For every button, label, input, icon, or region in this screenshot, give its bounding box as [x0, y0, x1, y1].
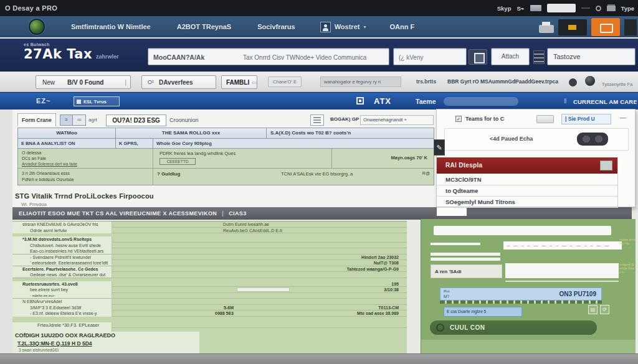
cuul-con-pill-button[interactable]: CUUL CON — [430, 320, 597, 335]
form-row[interactable]: - Svendaere Pidreitt'il lewtundel Hinder… — [12, 254, 407, 261]
footer-value-field[interactable] — [199, 340, 407, 347]
form-row[interactable]: - edelte.ee.eur- — [12, 293, 407, 299]
dark-tool-tile-icon[interactable] — [558, 19, 587, 35]
cell-line-link[interactable]: Arvadlut Solerece dert wa fade — [22, 161, 153, 167]
list-tool-icon[interactable] — [533, 50, 545, 64]
form-row[interactable]: Rueteesruausrtes. 43.ove8 195 — [12, 281, 407, 287]
form-row[interactable]: Chsbutuveri. hesrw ause Evrtl shede — [12, 243, 407, 249]
apps-grid-icon[interactable] — [607, 6, 616, 11]
chane-button[interactable]: Chane'O' E — [268, 77, 302, 87]
grid-small-icon[interactable]: ▤ — [588, 305, 598, 314]
form-row[interactable]: bee.etrere surrt bey 3/10:38 — [12, 287, 407, 293]
grid-tool-icon[interactable] — [469, 49, 487, 65]
form-row-value-field[interactable] — [112, 272, 407, 278]
form-row-value-field[interactable] — [112, 299, 407, 305]
highlighted-amount-field[interactable]: Rivt M? ON3 PU7109 — [440, 287, 602, 301]
status-dot-icon[interactable] — [569, 78, 577, 86]
new-found-button[interactable]: New B/V 0 Found | — [36, 75, 131, 89]
table-row[interactable]: O delessa DCs an Fale Arvadlut Solerece … — [18, 149, 434, 169]
status-field[interactable]: wanahogator e fegurvy ry ri — [320, 77, 401, 87]
selected-chip[interactable]: E cos Duarte mgbre 5 — [444, 307, 522, 317]
form-row-value-field[interactable]: 195 — [112, 281, 407, 287]
sie-prod-button[interactable]: | Sie Prod U — [561, 114, 611, 124]
form-row-value-field[interactable] — [112, 293, 407, 299]
device-icon[interactable] — [577, 133, 608, 146]
small-gray-button[interactable] — [536, 115, 554, 123]
banner-close-icon[interactable] — [600, 161, 612, 170]
checkbox[interactable]: ✓ — [455, 116, 462, 122]
date-box[interactable]: OU?A! D23 ESG — [106, 114, 166, 126]
printer-icon[interactable] — [539, 25, 554, 33]
form-row-value-field[interactable] — [112, 248, 407, 254]
dark-tool-tile2-icon[interactable] — [624, 19, 637, 35]
menu-button[interactable]: (¿ kVeny — [393, 48, 467, 65]
minimize-icon[interactable] — [581, 7, 590, 9]
nav-user-menu[interactable]: Wostret ▾ — [320, 22, 366, 32]
entry-field-3[interactable] — [431, 253, 500, 256]
form-row-value-field[interactable]: 3/10:38 — [112, 287, 407, 293]
description-button[interactable]: O¹ DAvverfees — [141, 75, 216, 89]
refresh-small-icon[interactable]: ⟳ — [600, 305, 609, 314]
list-view-toggle-icon[interactable]: ≡ — [60, 114, 73, 126]
entry-field-4[interactable] — [431, 258, 500, 261]
skyp-label[interactable]: Skyp — [497, 5, 512, 12]
form-row[interactable]: ' eeteorsdeelr. Eeeteraraseaend tcee'ldt… — [12, 260, 407, 266]
form-row[interactable]: Ecertsiere. Paurtvelasehe. Ce Gedes Taht… — [12, 266, 407, 273]
value-input-box[interactable] — [237, 287, 290, 292]
orange-tool-tile-icon[interactable] — [591, 18, 620, 36]
nav-menu-item[interactable]: Socivfrarus — [257, 23, 295, 30]
footer-value-field[interactable] — [199, 332, 407, 340]
record-dot-icon[interactable] — [585, 76, 595, 86]
form-row[interactable]: Gedeae news .dse' & Ovrarseeurer dut — [12, 272, 407, 278]
entry-field-2[interactable] — [431, 243, 480, 245]
nav-menu-item[interactable]: A2BOT TReynaS — [177, 23, 231, 30]
form-row[interactable]: Eao-co.insbeslnles.hd VEbtadteetl.ars — [12, 248, 407, 254]
client-search-field[interactable]: MooCAAN?A/Ak Tax Onrrd Cisv TWNode+ Vide… — [148, 48, 389, 65]
popup-menu-item[interactable]: MC3ClO/9TN — [437, 174, 617, 185]
form-row-value-field[interactable] — [112, 322, 407, 329]
formed-button[interactable]: FAMBLI con — [221, 75, 257, 89]
form-row-value-field[interactable]: Hindert 2ao 23032 — [112, 254, 407, 261]
form-row[interactable]: N EBNArur'vresAdel — [12, 299, 407, 305]
footer-value-field[interactable] — [199, 347, 407, 353]
form-row[interactable]: FrteuJdrele *30.F3. EPLeaser — [12, 322, 407, 329]
form-row-value-field[interactable]: NuIT@ T308 — [112, 260, 407, 266]
form-row-value-field[interactable]: 0988 5E3 Mte sad asse 38.989 — [112, 310, 407, 317]
ez-label[interactable]: EZ~ — [36, 97, 50, 105]
form-row[interactable]: 3/M/F'3 3 E.Edseteel 3d3tf 5-6M T0113-CM — [12, 305, 407, 311]
esl-status-tab[interactable]: ESL Tvrus — [74, 96, 120, 106]
options-dropdown[interactable]: Onweenehagnandt + — [360, 115, 434, 125]
app-logo-globe-icon[interactable] — [29, 19, 45, 35]
form-row-value-field[interactable] — [112, 243, 407, 249]
form-row[interactable]: *3.M.Nt dstrevdsts.onvS Rselteps — [12, 236, 407, 243]
titlebar-search-box[interactable] — [547, 4, 576, 12]
form-row[interactable]: Odrde asrnt lerfulw ReuAvb.beG CAnsEddL.… — [12, 228, 407, 234]
grid-view-icon[interactable] — [310, 114, 324, 126]
red-warning-banner[interactable]: RAI Dtespla — [437, 157, 617, 174]
table-row[interactable]: 3 ri 2th Orleanslaus esss PdNrh e bdidsu… — [18, 169, 434, 185]
form-row[interactable]: - E3.nf. deleew Etelera E'e vrese-y 0988… — [12, 310, 407, 317]
popup-menu-item[interactable]: SOegemlyl Mund Titrons — [437, 197, 617, 208]
detail-view-toggle-icon[interactable]: ≔ — [73, 114, 86, 126]
form-row-value-field[interactable] — [112, 236, 407, 243]
form-row-value-field[interactable]: ReuAvb.beG CAnsEddL.D E-ti — [112, 228, 407, 234]
current-tax-years-label[interactable]: CURRECNL AM CAREDN TAJT OAS3 — [573, 98, 637, 105]
form-row[interactable]: strsran KNEDvMJvE b GAvrsOeOV fris Dutrn… — [12, 222, 407, 228]
pen-icon[interactable]: ✎ — [434, 139, 445, 156]
attach-button[interactable]: Attach — [491, 48, 530, 65]
search-input[interactable]: Tastozve — [547, 48, 636, 65]
outline-field[interactable]: CEEEETTD — [160, 158, 196, 165]
address-label-box[interactable]: A ren 'SAdi — [431, 264, 502, 278]
form-row-value-field[interactable]: Dutrn Eunrd lveeahh.ae — [112, 222, 407, 228]
taeme-label[interactable]: Taeme — [416, 98, 436, 105]
dashed-field[interactable]: – — – – — — – – — – — – – — — — [503, 241, 622, 250]
nav-extra-item[interactable]: OAnn F — [389, 23, 414, 30]
entry-field-1[interactable] — [434, 226, 611, 235]
nav-menu-item[interactable]: Smtfimtrantio W Nimtlee — [71, 23, 151, 30]
record-icon[interactable] — [596, 6, 601, 11]
entry-field-5[interactable] — [505, 263, 619, 278]
form-row-value-field[interactable]: 5-6M T0113-CM — [112, 305, 407, 311]
form-row-value-field[interactable]: Tahtezed waanga/G-P-G9 — [112, 266, 407, 273]
type-label[interactable]: Type — [621, 5, 634, 12]
popup-menu-item[interactable]: to Qdteame — [437, 185, 617, 197]
